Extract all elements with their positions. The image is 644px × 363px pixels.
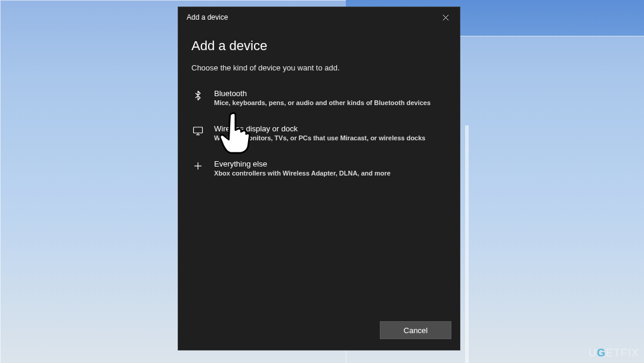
- option-wireless-display[interactable]: Wireless display or dock Wireless monito…: [191, 119, 447, 146]
- monitor-icon: [191, 124, 205, 136]
- cancel-button-label: Cancel: [404, 326, 428, 335]
- svg-rect-2: [194, 127, 203, 133]
- close-icon: [442, 14, 449, 21]
- option-bluetooth[interactable]: Bluetooth Mice, keyboards, pens, or audi…: [191, 84, 447, 111]
- dialog-titlebar-text: Add a device: [187, 13, 228, 21]
- option-bluetooth-desc: Mice, keyboards, pens, or audio and othe…: [214, 99, 431, 106]
- dialog-body: Add a device Choose the kind of device y…: [178, 27, 460, 316]
- desktop-background: Add a device Add a device Choose the kin…: [0, 0, 644, 363]
- option-wireless-desc: Wireless monitors, TVs, or PCs that use …: [214, 134, 425, 141]
- cancel-button[interactable]: Cancel: [380, 321, 451, 339]
- background-divider: [465, 125, 469, 363]
- option-other-title: Everything else: [214, 159, 391, 168]
- dialog-titlebar: Add a device: [178, 7, 460, 27]
- watermark-text: UGETU FIXFIX: [589, 347, 639, 359]
- option-wireless-title: Wireless display or dock: [214, 124, 425, 133]
- option-everything-else[interactable]: Everything else Xbox controllers with Wi…: [191, 155, 447, 182]
- option-bluetooth-title: Bluetooth: [214, 89, 431, 98]
- plus-icon: [191, 159, 205, 171]
- close-button[interactable]: [437, 9, 454, 26]
- dialog-footer: Cancel: [178, 316, 460, 350]
- dialog-heading: Add a device: [191, 38, 447, 54]
- dialog-subtitle: Choose the kind of device you want to ad…: [191, 63, 447, 72]
- add-device-dialog: Add a device Add a device Choose the kin…: [178, 7, 460, 350]
- option-other-desc: Xbox controllers with Wireless Adapter, …: [214, 170, 391, 177]
- bluetooth-icon: [191, 89, 205, 101]
